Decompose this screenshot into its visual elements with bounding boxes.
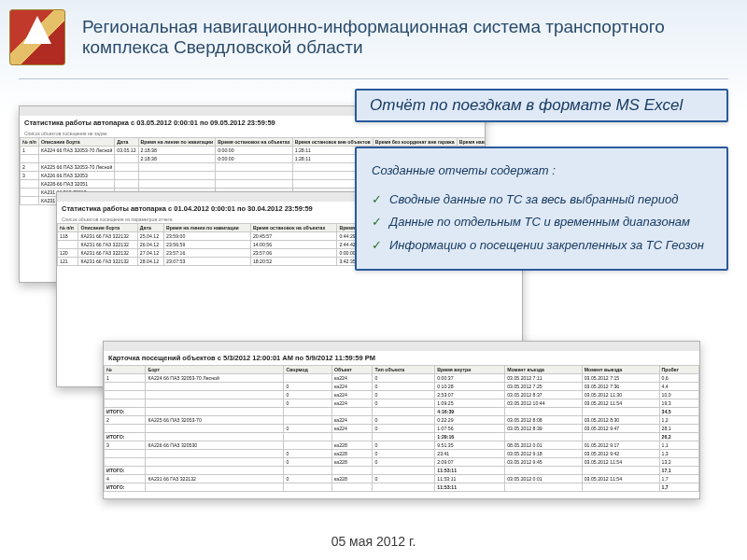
callout-lead: Созданные отчеты содержат : xyxy=(372,160,712,183)
table-row: ИТОГО:4:16:3934,5 xyxy=(105,408,699,416)
divider xyxy=(19,78,728,79)
table-row: 0ка22401:07:5603.05.2012 8:3903.05.2012 … xyxy=(105,425,699,433)
region-crest-icon xyxy=(9,9,65,65)
feature-item: Данные по отдельным ТС и временным диапа… xyxy=(372,211,712,234)
column-header: Дата xyxy=(115,138,138,147)
page-header: Региональная навигационно-информационная… xyxy=(0,0,747,75)
column-header: Описание борта xyxy=(78,224,137,232)
table-row: 1КА224 66 ПАЗ 32053-70 Леснойка22400:00:… xyxy=(105,374,699,383)
column-header: Объект xyxy=(331,366,373,374)
table-row: 0ка22401:09:2503.05.2012 10:4403.05.2012… xyxy=(105,399,699,408)
column-header: Время внутри xyxy=(435,366,505,374)
column-header: Время без координат вне гаража xyxy=(373,138,457,147)
column-header: Время на линии по навигации xyxy=(164,224,251,232)
footer-date: 05 мая 2012 г. xyxy=(0,534,747,549)
excel-report-geozone-card: Карточка посещений объектов с 5/3/2012 1… xyxy=(103,341,700,499)
table-row: 4КА231 66 ГАЗ 3221320ка228011:53:1103.05… xyxy=(105,475,699,483)
column-header: № п/п xyxy=(21,138,39,147)
table-row: 3КА226 66 ПАЗ 320530ка22809:51:3508.05.2… xyxy=(105,441,699,450)
callout-title: Отчёт по поездкам в формате MS Excel xyxy=(355,89,728,122)
table-row: 0ка228023:4103.05.2012 9:1803.05.2012 9:… xyxy=(105,450,699,458)
column-header: Момент въезда xyxy=(505,366,583,374)
table-row: ИТОГО:1:29:1626,2 xyxy=(105,433,699,441)
column-header: Время на линии по навигации xyxy=(138,138,216,147)
table-row: ИТОГО:11:53:111,7 xyxy=(105,483,699,492)
column-header: Время остановок вне объектов xyxy=(292,138,373,147)
callout-feature-list: Сводные данные по ТС за весь выбранный п… xyxy=(372,189,712,258)
sheet1-note: Список объектов посещения не задан xyxy=(20,130,485,137)
table-row: ИТОГО:11:53:1117,1 xyxy=(105,467,699,475)
feature-item: Информацию о посещении закрепленных за Т… xyxy=(372,234,712,258)
slide-canvas: Статистика работы автопарка с 03.05.2012… xyxy=(19,89,728,499)
column-header: № п/п xyxy=(58,224,78,232)
callout-features: Созданные отчеты содержат : Сводные данн… xyxy=(355,147,728,271)
table-row: 0ка22402:53:0703.05.2012 8:3703.05.2012 … xyxy=(105,391,699,399)
page-title: Региональная навигационно-информационная… xyxy=(82,17,728,58)
column-header: Момент выезда xyxy=(582,366,659,374)
column-header: Время навигации xyxy=(457,138,486,147)
column-header: Время остановок на объектах xyxy=(216,138,292,147)
feature-item: Сводные данные по ТС за весь выбранный п… xyxy=(372,189,712,212)
column-header: № xyxy=(105,366,146,374)
sheet3-table: №БортСвормодОбъектТип объектаВремя внутр… xyxy=(104,365,699,492)
column-header: Описание борта xyxy=(38,138,114,147)
table-row: 0ка22802:09:0703.05.2012 9:4503.05.2012 … xyxy=(105,458,699,467)
column-header: Свормод xyxy=(284,366,331,374)
column-header: Время остановок на объектах xyxy=(250,224,337,232)
sheet3-caption: Карточка посещений объектов с 5/3/2012 1… xyxy=(104,351,699,365)
table-row: 0ка22400:10:2803.05.2012 7:2503.05.2012 … xyxy=(105,383,699,391)
table-row: 2КА225 66 ПАЗ 32053-70ка22400:22:2903.05… xyxy=(105,416,699,425)
column-header: Пробег xyxy=(659,366,698,374)
column-header: Тип объекта xyxy=(373,366,435,374)
column-header: Дата xyxy=(137,224,163,232)
column-header: Борт xyxy=(146,366,284,374)
